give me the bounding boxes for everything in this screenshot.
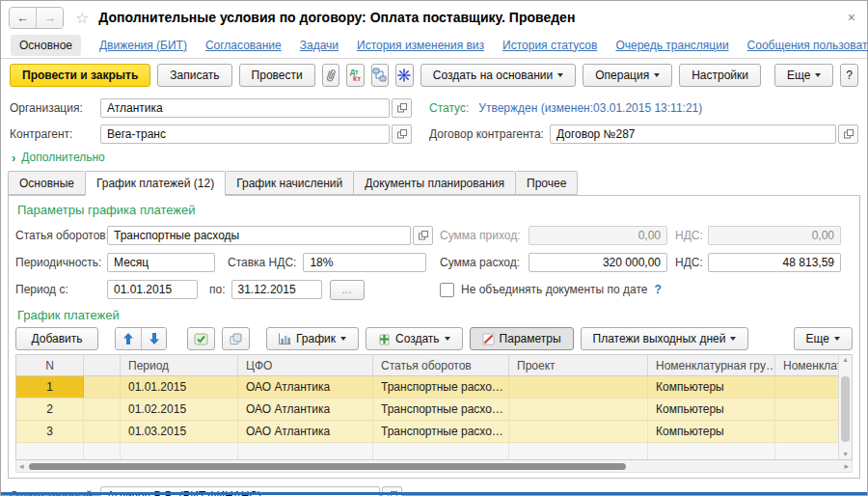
table-row[interactable]: 3 01.03.2015 ОАО Атлантика Транспортные … <box>16 421 838 443</box>
cell-n[interactable]: 1 <box>16 376 84 399</box>
cell-article[interactable]: Транспортные расхо… <box>373 399 509 421</box>
cell-article[interactable]: Транспортные расхо… <box>373 421 509 443</box>
add-row-button[interactable]: Добавить <box>15 327 98 350</box>
tab-main[interactable]: Основные <box>8 171 85 195</box>
tab-payment-schedule[interactable]: График платежей (12) <box>85 171 226 196</box>
additional-expander[interactable]: › Дополнительно <box>10 147 858 168</box>
structure-button[interactable] <box>371 64 390 87</box>
settings-button[interactable]: Настройки <box>679 64 761 87</box>
post-button[interactable]: Провести <box>239 64 315 87</box>
scroll-up-icon[interactable]: ▴ <box>843 355 847 365</box>
cell-flag[interactable] <box>84 376 121 399</box>
col-header-cfo[interactable]: ЦФО <box>238 355 373 376</box>
cell-nomenclature[interactable] <box>775 421 838 443</box>
col-header-article[interactable]: Статья оборотов <box>373 355 509 376</box>
table-row[interactable]: 1 01.01.2015 ОАО Атлантика Транспортные … <box>16 376 838 399</box>
contract-field[interactable]: Договор №287 <box>550 124 836 144</box>
cell-cfo[interactable]: ОАО Атлантика <box>238 421 373 443</box>
turnover-field[interactable]: Транспортные расходы <box>107 226 411 245</box>
cell-flag[interactable] <box>84 399 121 421</box>
turnover-choose-button[interactable] <box>413 226 433 245</box>
cell-period[interactable]: 01.02.2015 <box>121 399 238 421</box>
forward-button[interactable]: → <box>36 8 63 28</box>
create-based-on-button[interactable]: Создать на основании <box>420 64 577 87</box>
nav-item-tasks[interactable]: Задачи <box>300 39 339 52</box>
tab-planning-documents[interactable]: Документы планирования <box>353 171 515 195</box>
contract-choose-button[interactable] <box>838 124 858 144</box>
check-rows-button[interactable] <box>187 327 215 350</box>
parameters-button[interactable]: Параметры <box>470 327 574 350</box>
tab-other[interactable]: Прочее <box>515 171 578 195</box>
merge-checkbox[interactable] <box>440 283 454 297</box>
nav-item-main[interactable]: Основное <box>11 35 81 56</box>
col-header-flag[interactable] <box>84 355 121 376</box>
more-button[interactable]: Еще <box>774 64 833 87</box>
tab-accrual-schedule[interactable]: График начислений <box>226 171 353 195</box>
cell-cfo[interactable]: ОАО Атлантика <box>238 376 373 399</box>
cell-project[interactable] <box>509 421 648 443</box>
close-icon[interactable]: × <box>844 10 859 25</box>
periodicity-field[interactable]: Месяц <box>107 253 215 272</box>
scroll-down-icon[interactable]: ▾ <box>843 450 847 459</box>
expense-field[interactable]: 320 000,00 <box>529 253 667 272</box>
nav-item-user-messages[interactable]: Сообщения пользователей <box>747 39 868 52</box>
cell-nomenclature[interactable] <box>775 376 838 399</box>
save-button[interactable]: Записать <box>157 64 231 87</box>
back-button[interactable]: ← <box>10 8 36 28</box>
cell-flag[interactable] <box>84 421 121 443</box>
cell-cfo[interactable]: ОАО Атлантика <box>238 399 373 421</box>
nav-item-approval[interactable]: Согласование <box>205 39 282 52</box>
cell-article[interactable]: Транспортные расхо… <box>373 376 509 399</box>
cell-project[interactable] <box>509 399 648 421</box>
cell-group[interactable]: Компьютеры <box>648 376 775 399</box>
table-row[interactable]: 2 01.02.2015 ОАО Атлантика Транспортные … <box>16 399 838 421</box>
organization-choose-button[interactable] <box>392 98 412 118</box>
col-header-nomenclature[interactable]: Номенклатура <box>775 355 838 376</box>
cell-group[interactable]: Компьютеры <box>648 399 775 421</box>
vat-out-field[interactable]: 48 813,59 <box>708 253 841 272</box>
cell-n[interactable]: 2 <box>16 399 84 421</box>
organization-field[interactable]: Атлантика <box>100 98 390 118</box>
horizontal-scroll-thumb[interactable] <box>29 463 626 470</box>
cell-project[interactable] <box>509 376 648 399</box>
highlight-button[interactable] <box>395 64 414 87</box>
schedule-more-button[interactable]: Еще <box>794 327 853 350</box>
operation-button[interactable]: Операция <box>583 64 672 87</box>
nav-item-broadcast-queue[interactable]: Очередь трансляции <box>615 39 728 52</box>
status-value-link[interactable]: Утвержден (изменен:03.01.2015 13:11:21) <box>478 101 702 115</box>
post-and-close-button[interactable]: Провести и закрыть <box>10 64 150 87</box>
col-header-period[interactable]: Период <box>121 355 238 376</box>
scroll-right-icon[interactable]: ▸ <box>844 462 849 471</box>
nav-item-visa-history[interactable]: История изменения виз <box>357 39 484 52</box>
col-header-group[interactable]: Номенклатурная гру… <box>648 355 775 376</box>
move-down-button[interactable] <box>141 328 166 349</box>
help-question-icon[interactable]: ? <box>655 283 662 296</box>
vertical-scrollbar[interactable]: ▴ ▾ <box>838 355 852 459</box>
cell-n[interactable]: 3 <box>16 421 84 443</box>
horizontal-scrollbar[interactable]: ◂ ▸ <box>15 460 853 473</box>
vat-rate-field[interactable]: 18% <box>303 253 426 272</box>
scroll-left-icon[interactable]: ◂ <box>19 462 24 471</box>
cell-group[interactable]: Компьютеры <box>648 421 775 443</box>
contractor-choose-button[interactable] <box>392 124 412 144</box>
attachments-button[interactable] <box>322 64 340 87</box>
nav-item-movements[interactable]: Движения (БИТ) <box>99 39 187 52</box>
cell-nomenclature[interactable] <box>775 399 838 421</box>
cell-period[interactable]: 01.01.2015 <box>121 376 238 399</box>
chart-menu-button[interactable]: График <box>266 327 359 350</box>
nav-item-status-history[interactable]: История статусов <box>502 39 597 52</box>
copy-row-button[interactable] <box>222 327 250 350</box>
vertical-scroll-thumb[interactable] <box>841 376 850 442</box>
create-menu-button[interactable]: Создать <box>366 327 463 350</box>
contractor-field[interactable]: Вега-транс <box>100 124 390 144</box>
period-ellipsis-button[interactable]: ... <box>330 280 365 300</box>
period-from-field[interactable]: 01.01.2015 <box>107 280 198 299</box>
dt-kt-postings-button[interactable]: ДтКт <box>346 64 365 87</box>
period-to-field[interactable]: 31.12.2015 <box>231 280 322 299</box>
col-header-project[interactable]: Проект <box>509 355 648 376</box>
cell-period[interactable]: 01.03.2015 <box>121 421 238 443</box>
move-up-button[interactable] <box>116 328 141 349</box>
favorite-star-icon[interactable]: ☆ <box>75 9 89 27</box>
weekend-payments-button[interactable]: Платежи выходных дней <box>581 327 749 350</box>
help-button[interactable]: ? <box>840 64 858 87</box>
